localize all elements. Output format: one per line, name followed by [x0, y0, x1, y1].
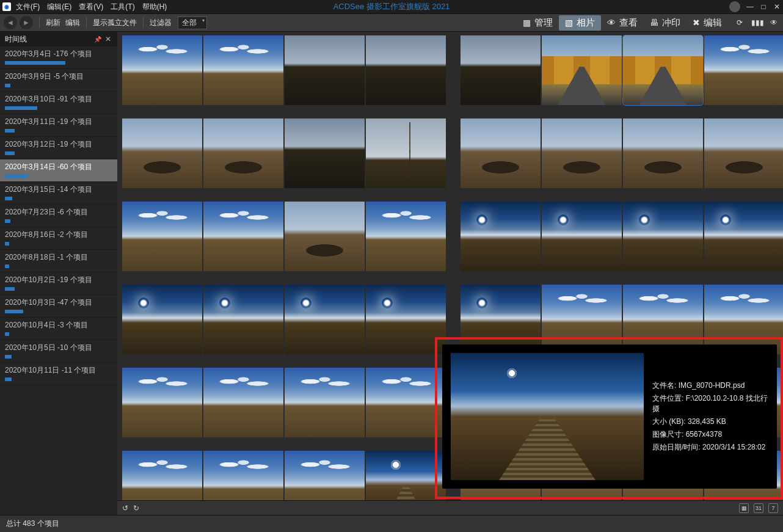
thumbnail[interactable] [623, 118, 703, 188]
thumbnail[interactable] [203, 285, 283, 354]
thumbnail[interactable] [366, 285, 446, 354]
mode-manage[interactable]: ▦管理 [517, 15, 559, 31]
thumbnail[interactable] [366, 451, 446, 500]
timeline-bar [5, 106, 37, 110]
cal-31-icon[interactable]: 31 [754, 503, 763, 513]
timeline-item[interactable]: 2020年3月15日 -14 个项目 [0, 182, 117, 205]
develop-icon: 🖶 [650, 18, 658, 27]
timeline-item[interactable]: 2020年3月14日 -60 个项目 [0, 159, 117, 182]
mode-edit[interactable]: ✖编辑 [686, 15, 728, 31]
thumbnail[interactable] [203, 451, 283, 500]
timeline-label: 2020年10月11日 -11 个项目 [5, 365, 112, 376]
timeline-item[interactable]: 2020年10月2日 -19 个项目 [0, 272, 117, 295]
timeline-item[interactable]: 2020年3月9日 -5 个项目 [0, 69, 117, 92]
thumbnail[interactable] [122, 368, 202, 437]
thumbnail[interactable] [366, 118, 446, 188]
timeline-bar [5, 197, 12, 200]
timeline-label: 2020年3月14日 -60 个项目 [5, 162, 112, 172]
menu-help[interactable]: 帮助(H) [142, 2, 167, 12]
refresh-button[interactable]: 刷新 [43, 18, 63, 28]
thumbnail[interactable] [704, 285, 783, 354]
thumbnail[interactable] [704, 118, 783, 188]
nav-back-icon[interactable]: ◄ [4, 16, 17, 29]
edit-button[interactable]: 编辑 [63, 18, 82, 28]
menu-view[interactable]: 查看(V) [79, 2, 103, 12]
pin-icon[interactable]: 📌 [92, 36, 104, 43]
thumbnail[interactable] [203, 118, 283, 188]
maximize-button[interactable]: □ [760, 3, 767, 10]
user-avatar-icon[interactable] [729, 1, 740, 12]
filter-select[interactable]: 全部 [178, 16, 207, 29]
mode-develop[interactable]: 🖶冲印 [644, 15, 686, 31]
timeline-bar [5, 242, 9, 246]
thumbnail[interactable] [461, 285, 541, 354]
timeline-item[interactable]: 2020年3月10日 -91 个项目 [0, 92, 117, 114]
timeline-bar [5, 310, 23, 313]
timeline-item[interactable]: 2020年10月11日 -11 个项目 [0, 363, 117, 385]
menu-edit[interactable]: 编辑(E) [47, 2, 71, 12]
thumbnail[interactable] [623, 202, 703, 271]
thumbnail[interactable] [542, 202, 622, 271]
thumbnail[interactable] [461, 202, 541, 271]
minimize-button[interactable]: — [746, 3, 754, 10]
nav-forward-icon[interactable]: ► [20, 16, 33, 29]
timeline-bar [5, 174, 27, 178]
thumbnail[interactable] [122, 285, 202, 354]
close-button[interactable]: ✕ [773, 3, 781, 10]
thumbnail[interactable] [461, 118, 541, 188]
tool-chart-icon[interactable]: ▮▮▮ [751, 18, 762, 27]
timeline-bar [5, 287, 15, 291]
timeline-item[interactable]: 2020年3月4日 -176 个项目 [0, 46, 117, 69]
panel-title: 时间线 [5, 34, 27, 45]
thumbnail[interactable] [704, 202, 783, 271]
thumbnail[interactable] [122, 451, 202, 500]
rotate-cw-icon[interactable]: ↻ [133, 504, 139, 512]
thumbnail[interactable] [285, 285, 365, 354]
thumbnail[interactable] [366, 202, 446, 271]
timeline-item[interactable]: 2020年10月5日 -10 个项目 [0, 340, 117, 363]
timeline-item[interactable]: 2020年3月12日 -19 个项目 [0, 137, 117, 159]
menu-file[interactable]: 文件(F) [16, 2, 40, 12]
thumbnail[interactable] [366, 368, 446, 437]
thumbnail[interactable] [623, 35, 703, 105]
timeline-item[interactable]: 2020年3月11日 -19 个项目 [0, 114, 117, 137]
rotate-ccw-icon[interactable]: ↺ [122, 504, 128, 512]
timeline-item[interactable]: 2020年8月16日 -2 个项目 [0, 227, 117, 250]
thumbnail[interactable] [366, 35, 446, 105]
timeline-panel: 时间线 📌 ✕ 2020年3月4日 -176 个项目2020年3月9日 -5 个… [0, 32, 117, 515]
thumbnail[interactable] [542, 35, 622, 105]
thumbnail[interactable] [203, 202, 283, 271]
thumbnail[interactable] [203, 35, 283, 105]
panel-close-icon[interactable]: ✕ [104, 35, 112, 43]
timeline-item[interactable]: 2020年10月3日 -47 个项目 [0, 295, 117, 318]
show-orphans-button[interactable]: 显示孤立文件 [90, 18, 139, 28]
cal-month-icon[interactable]: ▦ [739, 503, 749, 513]
thumbnail[interactable] [542, 118, 622, 188]
thumbnail[interactable] [122, 118, 202, 188]
thumbnail[interactable] [704, 35, 783, 105]
timeline-item[interactable]: 2020年7月23日 -6 个项目 [0, 205, 117, 227]
photo-icon: ▧ [565, 18, 573, 27]
mode-photo[interactable]: ▧相片 [559, 15, 601, 31]
cal-7-icon[interactable]: 7 [768, 503, 778, 513]
filter-label: 过滤器 [147, 18, 174, 28]
tt-size: 328,435 KB [688, 417, 726, 426]
thumbnail[interactable] [461, 35, 541, 105]
timeline-item[interactable]: 2020年10月4日 -3 个项目 [0, 318, 117, 340]
thumbnail[interactable] [285, 368, 365, 437]
thumbnail[interactable] [285, 35, 365, 105]
thumbnail-area: ↺ ↻ ▦ 31 7 文件名: IMG_8070-HDR.psd 文件位置: F… [117, 32, 783, 515]
thumbnail[interactable] [122, 202, 202, 271]
thumbnail[interactable] [285, 118, 365, 188]
menu-tools[interactable]: 工具(T) [111, 2, 134, 12]
thumbnail[interactable] [542, 285, 622, 354]
tool-sync-icon[interactable]: 👁 [768, 18, 779, 27]
mode-view[interactable]: 👁查看 [601, 15, 644, 31]
thumbnail[interactable] [285, 202, 365, 271]
thumbnail[interactable] [203, 368, 283, 437]
thumbnail[interactable] [623, 285, 703, 354]
timeline-item[interactable]: 2020年8月18日 -1 个项目 [0, 250, 117, 272]
thumbnail[interactable] [122, 35, 202, 105]
thumbnail[interactable] [285, 451, 365, 500]
tool-365-icon[interactable]: ⟳ [734, 18, 745, 27]
